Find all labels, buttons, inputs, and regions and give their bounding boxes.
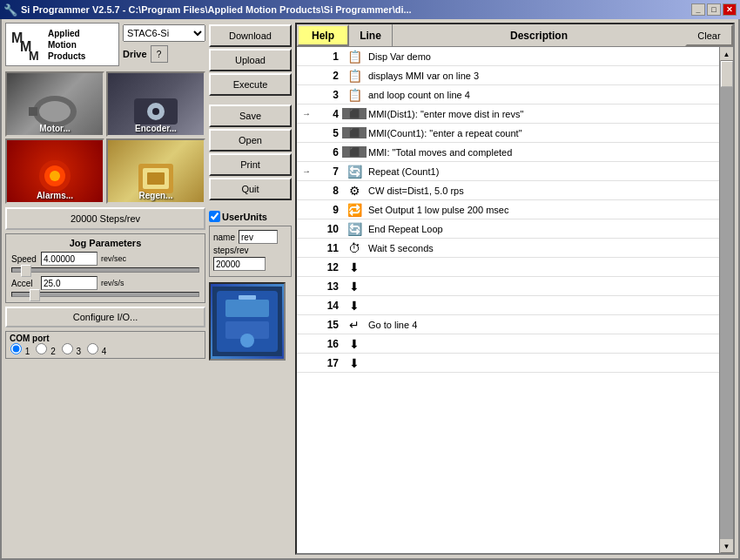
upload-button[interactable]: Upload — [209, 49, 292, 71]
row-num-16: 16 — [316, 338, 342, 350]
svg-point-12 — [50, 171, 60, 181]
scroll-down-button[interactable]: ▼ — [720, 539, 734, 553]
row-num-5: 5 — [316, 127, 342, 139]
row-desc-4: MMI(Dist1): "enter move dist in revs" — [367, 109, 719, 119]
table-row[interactable]: 1 📋 Disp Var demo — [297, 47, 719, 66]
table-row[interactable]: 3 📋 and loop count on line 4 — [297, 85, 719, 105]
table-scrollbar[interactable]: ▲ ▼ — [719, 47, 733, 553]
main-window: M M M Applied Motion Products STAC6-Si D… — [0, 19, 740, 560]
table-row[interactable]: → 4 ⬛ MMI(Dist1): "enter move dist in re… — [297, 105, 719, 124]
uu-name-label: name — [213, 233, 235, 242]
steps-rev-button[interactable]: 20000 Steps/rev — [5, 207, 205, 230]
svg-rect-15 — [147, 172, 165, 185]
encoder-button[interactable]: Encoder... — [106, 71, 205, 137]
print-button[interactable]: Print — [209, 153, 292, 176]
row-desc-2: displays MMI var on line 3 — [367, 71, 719, 81]
row-icon-1: 📋 — [342, 50, 367, 64]
uu-steps-input[interactable] — [213, 257, 266, 271]
svg-text:M: M — [29, 49, 39, 62]
scroll-thumb[interactable] — [721, 61, 733, 87]
row-num-9: 9 — [316, 204, 342, 216]
speed-unit: rev/sec — [101, 254, 126, 263]
scroll-up-button[interactable]: ▲ — [720, 47, 734, 61]
table-row[interactable]: 10 🔄 End Repeat Loop — [297, 219, 719, 239]
row-icon-16: ⬇ — [342, 337, 367, 351]
accel-slider-thumb[interactable] — [30, 289, 40, 301]
row-desc-8: CW dist=Dist1, 5.0 rps — [367, 186, 719, 196]
program-table: Help Line Description Clear 1 📋 Disp Var… — [295, 23, 735, 555]
row-num-8: 8 — [316, 185, 342, 197]
table-row[interactable]: 13 ⬇ — [297, 277, 719, 296]
help-button[interactable]: Help — [297, 24, 349, 46]
maximize-button[interactable]: □ — [707, 3, 721, 16]
motor-button[interactable]: Motor... — [5, 71, 104, 137]
table-row[interactable]: 15 ↵ Go to line 4 — [297, 315, 719, 334]
image-grid: Motor... Encoder... Al — [5, 71, 205, 204]
row-desc-10: End Repeat Loop — [367, 224, 719, 234]
row-desc-7: Repeat (Count1) — [367, 166, 719, 177]
alarms-button[interactable]: Alarms... — [5, 138, 104, 204]
table-row[interactable]: 9 🔁 Set Output 1 low pulse 200 msec — [297, 200, 719, 219]
row-num-10: 10 — [316, 223, 342, 235]
encoder-label: Encoder... — [135, 124, 177, 133]
svg-rect-6 — [29, 107, 37, 116]
drive-label: Drive — [123, 49, 147, 59]
table-row[interactable]: 14 ⬇ — [297, 296, 719, 315]
close-button[interactable]: ✕ — [723, 3, 737, 16]
execute-button[interactable]: Execute — [209, 73, 292, 96]
row-num-2: 2 — [316, 70, 342, 82]
svg-rect-21 — [239, 295, 256, 300]
row-num-3: 3 — [316, 89, 342, 101]
table-row[interactable]: 17 ⬇ — [297, 354, 719, 373]
accel-input[interactable] — [41, 276, 98, 290]
row-num-15: 15 — [316, 319, 342, 331]
row-icon-15: ↵ — [342, 318, 367, 332]
table-row[interactable]: 11 ⏱ Wait 5 seconds — [297, 239, 719, 258]
row-icon-6: ⬛ — [342, 146, 367, 158]
com-port-1-label[interactable]: 1 — [10, 343, 30, 356]
accel-slider[interactable] — [11, 292, 199, 297]
table-row[interactable]: 5 ⬛ MMI(Count1): "enter a repeat count" — [297, 124, 719, 143]
quit-button[interactable]: Quit — [209, 178, 292, 200]
jog-parameters: Jog Parameters Speed rev/sec Accel rev/s… — [5, 233, 205, 303]
com-port-4-label[interactable]: 4 — [86, 343, 106, 356]
com-port-2-radio[interactable] — [36, 343, 47, 354]
clear-button[interactable]: Clear — [685, 24, 733, 46]
com-port-3-label[interactable]: 3 — [61, 343, 81, 356]
table-row[interactable]: 8 ⚙ CW dist=Dist1, 5.0 rps — [297, 181, 719, 200]
user-units-section: name steps/rev — [209, 226, 292, 277]
table-body: 1 📋 Disp Var demo 2 📋 displays MMI var o… — [297, 47, 719, 553]
com-port-2-label[interactable]: 2 — [35, 343, 55, 356]
open-button[interactable]: Open — [209, 129, 292, 152]
table-row[interactable]: → 7 🔄 Repeat (Count1) — [297, 162, 719, 181]
row-desc-11: Wait 5 seconds — [367, 243, 719, 253]
speed-slider-thumb[interactable] — [21, 265, 31, 277]
table-row[interactable]: 12 ⬇ — [297, 258, 719, 277]
row-desc-9: Set Output 1 low pulse 200 msec — [367, 205, 719, 215]
drive-selector[interactable]: STAC6-Si — [123, 24, 205, 42]
com-port-3-radio[interactable] — [62, 343, 73, 354]
download-button[interactable]: Download — [209, 24, 292, 47]
table-row[interactable]: 2 📋 displays MMI var on line 3 — [297, 66, 719, 85]
regen-button[interactable]: Regen... — [106, 138, 205, 204]
drive-help-button[interactable]: ? — [151, 45, 168, 63]
row-icon-3: 📋 — [342, 88, 367, 102]
table-row[interactable]: 16 ⬇ — [297, 334, 719, 354]
uu-name-input[interactable] — [239, 230, 278, 244]
row-num-12: 12 — [316, 261, 342, 273]
minimize-button[interactable]: _ — [691, 3, 705, 16]
user-units-checkbox-row: UserUnits — [209, 211, 292, 222]
com-port-1-radio[interactable] — [10, 343, 22, 354]
motor-label: Motor... — [39, 124, 71, 133]
save-button[interactable]: Save — [209, 105, 292, 127]
speed-label: Speed — [11, 254, 37, 264]
row-desc-15: Go to line 4 — [367, 320, 719, 330]
row-icon-7: 🔄 — [342, 165, 367, 179]
table-row[interactable]: 6 ⬛ MMI: "Total moves and completed — [297, 143, 719, 162]
speed-input[interactable] — [41, 252, 98, 266]
row-icon-4: ⬛ — [342, 108, 367, 119]
com-port-4-radio[interactable] — [87, 343, 98, 354]
configure-io-button[interactable]: Configure I/O... — [5, 307, 205, 327]
user-units-checkbox[interactable] — [209, 211, 220, 222]
speed-slider[interactable] — [11, 267, 199, 273]
